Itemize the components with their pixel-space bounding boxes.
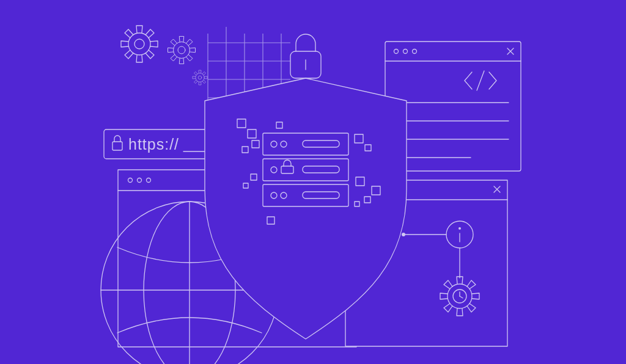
svg-point-35 [402, 233, 405, 236]
svg-point-2 [174, 42, 190, 59]
protocol-text: https:// [128, 136, 179, 153]
svg-point-1 [134, 39, 144, 49]
svg-rect-50 [263, 184, 348, 206]
svg-point-31 [458, 227, 461, 230]
security-illustration: .st { stroke: #cfc6f3; stroke-width: 1.3… [0, 0, 626, 364]
padlock-icon [290, 34, 321, 78]
svg-point-0 [128, 33, 150, 55]
svg-rect-46 [263, 159, 348, 181]
server-stack [263, 133, 348, 206]
gear-medium-icon [168, 37, 196, 64]
svg-rect-42 [263, 133, 348, 155]
gear-large-icon [121, 26, 158, 62]
svg-point-3 [178, 46, 185, 54]
svg-point-5 [198, 76, 202, 79]
gear-small-icon [193, 70, 207, 85]
svg-point-4 [196, 73, 204, 82]
